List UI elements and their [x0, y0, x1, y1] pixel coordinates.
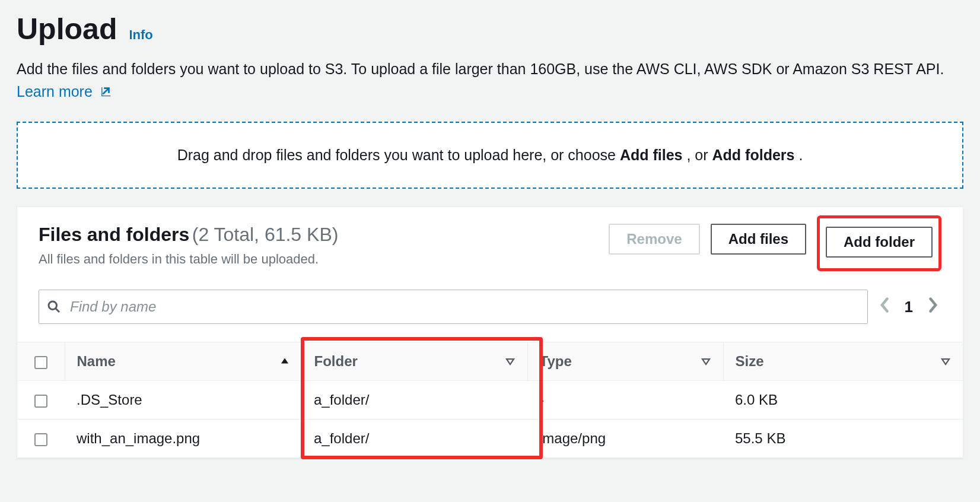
header-select-all — [17, 342, 65, 381]
cell-folder: a_folder/ — [302, 381, 527, 420]
sort-icon — [940, 353, 951, 370]
info-link[interactable]: Info — [129, 27, 152, 43]
page-prev-icon[interactable] — [880, 297, 890, 317]
sort-asc-icon — [279, 353, 290, 370]
cell-folder: a_folder/ — [302, 420, 527, 458]
description-text: Add the files and folders you want to up… — [17, 61, 944, 77]
external-link-icon — [99, 82, 112, 104]
select-all-checkbox[interactable] — [34, 356, 47, 369]
table-row: .DS_Store a_folder/ - 6.0 KB — [17, 381, 963, 420]
sort-icon — [701, 353, 711, 370]
header-folder[interactable]: Folder — [302, 342, 527, 381]
header-name-label: Name — [77, 353, 116, 369]
learn-more-text: Learn more — [17, 83, 93, 100]
cell-type: - — [527, 381, 723, 420]
header-type[interactable]: Type — [527, 342, 723, 381]
table-row: with_an_image.png a_folder/ image/png 55… — [17, 420, 963, 458]
cell-size: 6.0 KB — [723, 381, 963, 420]
cell-name: .DS_Store — [65, 381, 302, 420]
page-next-icon[interactable] — [927, 297, 938, 317]
dropzone-add-files: Add files — [620, 147, 683, 163]
header-type-label: Type — [540, 353, 572, 369]
add-folder-button[interactable]: Add folder — [826, 227, 933, 258]
pagination: 1 — [880, 297, 941, 317]
dropzone-end: . — [798, 147, 803, 163]
add-folder-highlight: Add folder — [817, 215, 941, 271]
files-table: Name Folder Type — [17, 342, 963, 458]
cell-type: image/png — [527, 420, 723, 458]
panel-subtitle: All files and folders in this table will… — [39, 252, 597, 267]
header-folder-label: Folder — [314, 353, 358, 369]
learn-more-link[interactable]: Learn more — [17, 83, 112, 100]
dropzone-text-pre: Drag and drop files and folders you want… — [177, 147, 620, 163]
row-checkbox[interactable] — [34, 433, 47, 446]
files-panel: Files and folders (2 Total, 61.5 KB) All… — [17, 206, 963, 459]
header-size[interactable]: Size — [723, 342, 963, 381]
row-checkbox[interactable] — [34, 395, 47, 408]
svg-point-0 — [49, 301, 57, 310]
panel-title-block: Files and folders (2 Total, 61.5 KB) All… — [39, 224, 597, 267]
upload-dropzone[interactable]: Drag and drop files and folders you want… — [17, 122, 963, 189]
page-title: Upload — [17, 12, 117, 46]
header-size-label: Size — [736, 353, 764, 369]
table-wrapper: Name Folder Type — [17, 342, 963, 458]
dropzone-sep: , or — [686, 147, 712, 163]
add-files-button[interactable]: Add files — [711, 224, 806, 255]
search-input[interactable] — [39, 290, 868, 324]
header-name[interactable]: Name — [65, 342, 302, 381]
panel-count-summary: (2 Total, 61.5 KB) — [192, 224, 339, 245]
panel-button-row: Remove Add files Add folder — [609, 224, 941, 260]
search-wrapper — [39, 290, 868, 324]
page-description: Add the files and folders you want to up… — [17, 52, 963, 122]
dropzone-add-folders: Add folders — [712, 147, 795, 163]
remove-button[interactable]: Remove — [609, 224, 699, 255]
sort-icon — [505, 353, 516, 370]
panel-title: Files and folders — [39, 224, 189, 245]
svg-line-1 — [56, 309, 59, 312]
cell-name: with_an_image.png — [65, 420, 302, 458]
page-number: 1 — [905, 298, 913, 316]
page-header: Upload Info — [17, 0, 963, 52]
search-icon — [47, 300, 61, 314]
cell-size: 55.5 KB — [723, 420, 963, 458]
